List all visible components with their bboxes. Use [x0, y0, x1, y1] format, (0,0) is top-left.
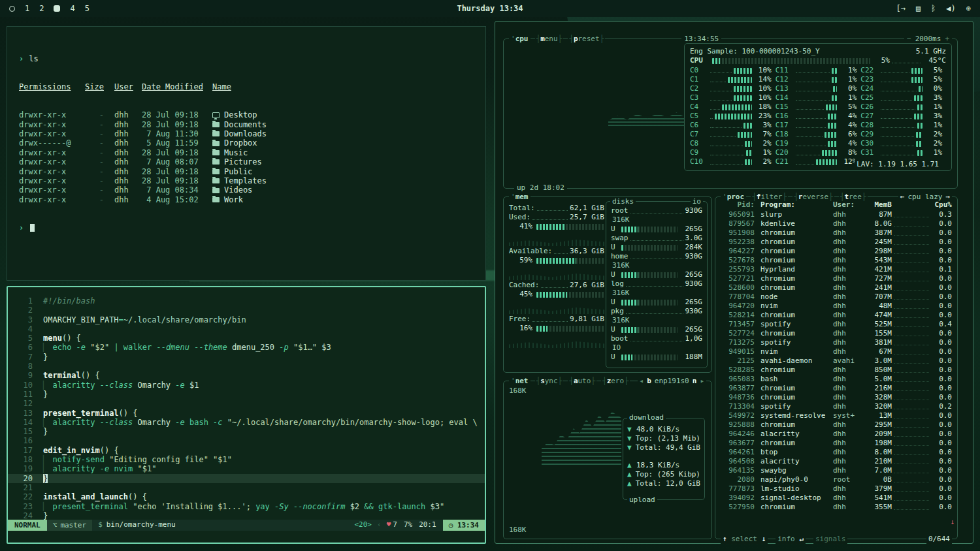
process-row[interactable]: 879567kdenlivedhh8.0G0.0 — [721, 219, 952, 228]
process-row[interactable]: 527724chromiumdhh155M0.0 — [721, 329, 952, 338]
bluetooth-icon[interactable]: ᛒ — [931, 4, 936, 13]
process-row[interactable]: 948736chromiumdhh328M0.0 — [721, 393, 952, 402]
header-user[interactable]: User: — [828, 200, 862, 210]
editor-line[interactable]: 14▏ alacritty --class Omarchy -e bash -c… — [8, 418, 485, 427]
editor-line[interactable]: 4 — [8, 324, 485, 334]
mem-panel-title[interactable]: 'mem — [509, 193, 531, 202]
process-mem: 8.0G — [862, 219, 892, 228]
process-row[interactable]: 528214chromiumdhh474M0.0 — [721, 311, 952, 320]
editor-line[interactable]: 18▏ notify-send "Editing config file" "$… — [8, 455, 485, 464]
zero-button[interactable]: zero — [601, 377, 630, 386]
process-row[interactable]: 777873lm-studiodhh379M0.0 — [721, 484, 952, 494]
process-row[interactable]: 964135swaybgdhh7.0M0.0 — [721, 466, 952, 475]
workspace-circle-indicator[interactable] — [9, 6, 15, 12]
editor-line[interactable]: 23▏ present_terminal "echo 'Installing $… — [8, 502, 485, 511]
header-mem[interactable]: MemB — [862, 200, 892, 210]
editor-line[interactable]: 22install_and_launch() { — [8, 492, 485, 501]
iface-prev-button[interactable]: b — [647, 377, 651, 386]
editor-line[interactable]: 12 — [8, 399, 485, 408]
preset-button[interactable]: preset — [568, 35, 605, 44]
process-row[interactable]: 255793Hyprlanddhh421M0.1 — [721, 265, 952, 274]
editor-line[interactable]: 6▏ echo -e "$2" | walker --dmenu --theme… — [8, 343, 485, 352]
cpu-panel-title[interactable]: 'cpu — [509, 35, 531, 44]
network-icon[interactable]: ▤ — [916, 4, 921, 13]
process-row[interactable]: 778704nodedhh707M0.0 — [721, 292, 952, 302]
editor-line[interactable]: 19▏ alacritty -e nvim "$1" — [8, 464, 485, 473]
process-row[interactable]: 963677chromiumdhh198M0.0 — [721, 439, 952, 448]
process-row[interactable]: 527950chromiumdhh355M0.0 — [721, 503, 952, 512]
editor-line[interactable]: 10▏ alacritty --class Omarchy -e $1 — [8, 381, 485, 390]
editor-line[interactable]: 24} — [8, 511, 485, 520]
interval-decrease-button[interactable]: − — [907, 35, 911, 44]
process-row[interactable]: 713457spotifydhh525M0.4 — [721, 320, 952, 329]
workspace-1[interactable]: 1 — [25, 0, 29, 17]
editor-line[interactable]: 11} — [8, 390, 485, 399]
select-control[interactable]: ↑ select ↓ — [721, 535, 768, 544]
workspace-5[interactable]: 5 — [85, 0, 90, 17]
editor-line[interactable]: 3OMARCHY_BIN_PATH=~/.local/share/omarchy… — [8, 315, 485, 324]
globe-icon[interactable]: ⊕ — [966, 4, 971, 13]
process-row[interactable]: 713275spotifydhh381M0.0 — [721, 338, 952, 347]
editor-line[interactable]: 20} — [8, 474, 485, 483]
header-cpu[interactable]: Cpu% — [931, 200, 952, 210]
disks-title[interactable]: disks — [610, 197, 636, 206]
process-row[interactable]: 964246alacrittydhh209M0.0 — [721, 430, 952, 439]
process-row[interactable]: 2125avahi-daemonavahi3.0M0.0 — [721, 356, 952, 366]
editor-line[interactable]: 21 — [8, 483, 485, 492]
process-row[interactable]: 527678chromiumdhh543M0.0 — [721, 256, 952, 265]
process-row[interactable]: 951908chromiumdhh387M0.0 — [721, 228, 952, 238]
process-row[interactable]: 713304spotifydhh320M0.2 — [721, 402, 952, 411]
editor-line[interactable]: 8 — [8, 362, 485, 371]
interval-increase-button[interactable]: + — [945, 35, 949, 44]
io-mode-button[interactable]: io — [691, 197, 703, 206]
process-row[interactable]: 528600chromiumdhh241M0.0 — [721, 283, 952, 292]
process-row[interactable]: 528285chromiumdhh850M0.0 — [721, 366, 952, 375]
logout-icon[interactable]: [→ — [896, 4, 905, 13]
workspace-4[interactable]: 4 — [70, 0, 74, 17]
mem-stat-value: 36,3 GiB — [570, 247, 604, 256]
process-row[interactable]: 925888chromiumdhh295M0.0 — [721, 420, 952, 430]
process-row[interactable]: 549972systemd-resolvesyst+13M0.0 — [721, 411, 952, 420]
header-program[interactable]: Program: — [755, 200, 828, 210]
process-row[interactable]: 527721chromiumdhh727M0.0 — [721, 274, 952, 283]
process-mem: 727M — [862, 274, 892, 283]
process-row[interactable]: 963877chromiumdhh216M0.0 — [721, 384, 952, 393]
editor-line[interactable]: 17edit_in_nvim() { — [8, 446, 485, 455]
process-row[interactable]: 949015nvimdhh67M0.0 — [721, 347, 952, 356]
process-row[interactable]: 965091slurpdhh87M0.3 — [721, 210, 952, 219]
auto-button[interactable]: auto — [568, 377, 596, 386]
editor-line[interactable]: 15} — [8, 427, 485, 436]
menu-button[interactable]: menu — [535, 35, 564, 44]
editor-line[interactable]: 1#!/bin/bash — [8, 296, 485, 306]
editor-line[interactable]: 16 — [8, 436, 485, 445]
info-button[interactable]: info ↵ — [776, 535, 806, 544]
process-row[interactable]: 964508alacrittydhh210M0.0 — [721, 457, 952, 466]
process-row[interactable]: 394092signal-desktopdhh541M0.0 — [721, 494, 952, 503]
volume-icon[interactable]: ◀) — [946, 4, 955, 13]
scroll-down-indicator[interactable]: ↓ — [950, 518, 955, 527]
file-owner: dhh — [104, 185, 137, 195]
leader-dots — [894, 221, 929, 227]
process-row[interactable]: 964227chromiumdhh298M0.0 — [721, 247, 952, 256]
signals-button[interactable]: signals — [813, 535, 847, 544]
header-pid[interactable]: Pid: — [721, 200, 755, 210]
editor-line[interactable]: 7} — [8, 353, 485, 362]
git-branch[interactable]: ⌥master — [47, 520, 92, 531]
workspace-active-indicator[interactable] — [54, 5, 60, 12]
iface-next-button[interactable]: n — [693, 377, 697, 386]
editor-line[interactable]: 2 — [8, 306, 485, 315]
editor-line[interactable]: 13present_terminal() { — [8, 409, 485, 418]
process-user: dhh — [828, 265, 862, 274]
process-row[interactable]: 2080napi/phy0-0root0B0.0 — [721, 475, 952, 484]
editor-line[interactable]: 5menu() { — [8, 334, 485, 343]
editor-line[interactable]: 9terminal() { — [8, 371, 485, 380]
process-row[interactable]: 964720nvimdhh48M0.0 — [721, 302, 952, 311]
process-row[interactable]: 964261btopdhh8.0M0.0 — [721, 448, 952, 457]
sync-button[interactable]: sync — [535, 377, 564, 386]
process-row[interactable]: 965083bashdhh5.0M0.0 — [721, 375, 952, 384]
line-number: 12 — [8, 399, 43, 408]
process-row[interactable]: 952238chromiumdhh245M0.0 — [721, 238, 952, 247]
workspace-2[interactable]: 2 — [39, 0, 44, 17]
net-panel-title[interactable]: 'net — [509, 377, 531, 386]
terminal-new-prompt[interactable]: › — [19, 223, 485, 232]
